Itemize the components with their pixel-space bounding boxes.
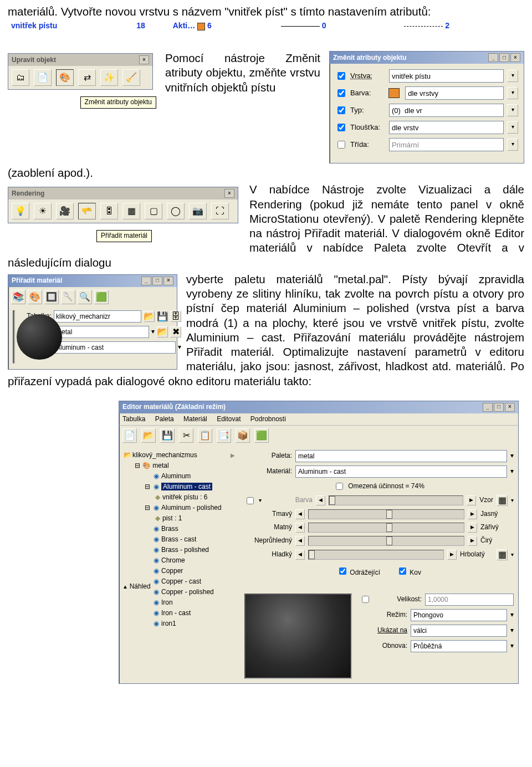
edit-object-toolbox[interactable]: Upravit objekt × 🗂 📄 🎨 ⇄ ✨ 🧹: [8, 53, 153, 90]
color-swatch[interactable]: [388, 88, 400, 98]
chk-size[interactable]: [362, 596, 369, 603]
tool-icon[interactable]: 🥄: [61, 290, 75, 304]
field-weight[interactable]: [389, 121, 504, 134]
arrow-left-icon[interactable]: ◀: [295, 536, 305, 546]
arrow-right-icon[interactable]: ▶: [447, 550, 457, 560]
field-color[interactable]: [405, 86, 504, 100]
maximize-icon[interactable]: □: [152, 277, 162, 285]
field-material[interactable]: [54, 341, 176, 354]
arrow-right-icon[interactable]: ▶: [468, 523, 477, 533]
menu-item[interactable]: Editovat: [217, 415, 241, 423]
tool-icon[interactable]: ▦: [122, 203, 140, 219]
tree-item[interactable]: ◉Iron: [144, 597, 222, 608]
field-material[interactable]: [295, 466, 507, 478]
chk-color[interactable]: [337, 89, 345, 97]
dropdown-icon[interactable]: ▾: [510, 611, 514, 619]
slider[interactable]: [308, 536, 464, 546]
collapse-arrow-icon[interactable]: ▶: [231, 450, 236, 679]
tree-item[interactable]: ◉Brass: [144, 524, 222, 534]
new-icon[interactable]: 📄: [122, 428, 137, 443]
maximize-icon[interactable]: □: [494, 403, 504, 412]
chk-class[interactable]: [337, 141, 345, 149]
slider-color-pattern[interactable]: [329, 495, 463, 505]
field-refresh[interactable]: [411, 640, 507, 652]
dropdown-icon[interactable]: ▾: [507, 121, 518, 134]
tool-icon[interactable]: 🎨: [28, 290, 42, 304]
pattern-icon[interactable]: ▦: [497, 549, 508, 560]
paste-icon[interactable]: 📑: [217, 428, 231, 443]
tree-assignment[interactable]: ◆pist : 1: [154, 513, 222, 524]
dropdown-icon[interactable]: ▾: [507, 87, 518, 99]
material-tree[interactable]: 📂klikový_mechanizmus ⊟🎨 metal ◉Aluminum⊟…: [124, 450, 222, 679]
tree-assignment[interactable]: ◆vnitřek pístu : 6: [154, 492, 222, 503]
arrow-left-icon[interactable]: ◀: [295, 509, 305, 519]
dropdown-icon[interactable]: ▾: [151, 328, 155, 336]
field-table[interactable]: [54, 310, 141, 323]
tree-item[interactable]: ◉Aluminum: [144, 471, 222, 482]
arrow-left-icon[interactable]: ◀: [316, 495, 325, 505]
material-editor-dialog[interactable]: Editor materiálů (Základní režim) _ □ × …: [119, 401, 519, 684]
tree-item[interactable]: ◉Iron - cast: [144, 608, 222, 618]
dropdown-icon[interactable]: ▾: [507, 104, 518, 116]
menu-item[interactable]: Podrobnosti: [250, 415, 286, 423]
tool-icon[interactable]: 🎛: [100, 203, 118, 219]
minimize-icon[interactable]: _: [488, 53, 498, 62]
minimize-icon[interactable]: _: [483, 403, 493, 412]
light-icon[interactable]: 💡: [12, 203, 29, 219]
label-show-on[interactable]: Ukázat na: [360, 626, 407, 635]
chk-layer[interactable]: [337, 72, 345, 80]
close-icon[interactable]: ×: [163, 277, 173, 285]
slider[interactable]: [308, 523, 464, 533]
chk-metal[interactable]: [399, 567, 406, 575]
open-icon[interactable]: 📂: [141, 428, 156, 443]
dropdown-icon[interactable]: ▾: [510, 642, 514, 650]
assign-material-dialog[interactable]: Přiřadit materiál _ □ × 📚 🎨 🔲 🥄 🔍 🟩 Tabu…: [8, 274, 177, 370]
dropdown-icon[interactable]: ▾: [510, 452, 514, 460]
arrow-right-icon[interactable]: ▶: [468, 536, 477, 546]
open-icon[interactable]: 📂: [157, 326, 168, 338]
close-icon[interactable]: ×: [224, 189, 234, 198]
dropdown-icon[interactable]: ▾: [507, 70, 518, 82]
maximize-icon[interactable]: □: [499, 53, 509, 62]
minimize-icon[interactable]: _: [141, 277, 151, 285]
pattern-icon[interactable]: ▦: [497, 495, 508, 506]
tool-icon[interactable]: ✨: [100, 69, 118, 86]
menu-item[interactable]: Paleta: [155, 415, 174, 423]
dropdown-icon[interactable]: ▾: [507, 139, 518, 151]
menu-item[interactable]: Tabulka: [122, 415, 145, 423]
sphere-icon[interactable]: ◯: [167, 203, 185, 219]
dropdown-icon[interactable]: ▾: [178, 343, 181, 351]
save-icon[interactable]: 💾: [160, 428, 175, 443]
menu-item[interactable]: Materiál: [183, 415, 207, 423]
delete-icon[interactable]: ✖: [170, 326, 181, 338]
chk-type[interactable]: [337, 106, 345, 114]
slider[interactable]: [308, 509, 464, 519]
dropdown-icon[interactable]: ▾: [510, 467, 514, 475]
tree-item[interactable]: ◉Brass - polished: [144, 545, 222, 555]
saveas-icon[interactable]: 🗄: [170, 311, 181, 322]
change-attributes-dialog[interactable]: Změnit atributy objektu _ □ × Vrstva: ▾ …: [329, 51, 524, 163]
close-icon[interactable]: ×: [510, 53, 520, 62]
cut-icon[interactable]: ✂: [179, 428, 193, 443]
field-show-on[interactable]: [411, 625, 507, 637]
camera-icon[interactable]: 🎥: [56, 203, 74, 219]
tool-icon[interactable]: 🧹: [122, 69, 140, 86]
tree-root[interactable]: klikový_mechanizmus: [132, 451, 197, 459]
tool-icon[interactable]: 📦: [236, 428, 250, 443]
tool-icon[interactable]: 🔍: [78, 290, 92, 304]
copy-icon[interactable]: 📋: [198, 428, 212, 443]
slider[interactable]: [308, 550, 444, 560]
chk-efficiency[interactable]: [336, 483, 343, 490]
close-icon[interactable]: ×: [505, 403, 515, 412]
menu-bar[interactable]: Tabulka Paleta Materiál Editovat Podrobn…: [119, 413, 518, 426]
tool-icon[interactable]: ⇄: [78, 69, 96, 86]
render-icon[interactable]: 📷: [189, 203, 207, 219]
assign-material-tool-icon[interactable]: 🫳: [78, 203, 96, 219]
tree-item[interactable]: ◉iron1: [144, 618, 222, 629]
open-icon[interactable]: 📂: [144, 311, 155, 322]
cube-icon[interactable]: ▢: [145, 203, 162, 219]
chk-reflect[interactable]: [339, 567, 346, 575]
dropdown-icon[interactable]: ▾: [510, 626, 514, 635]
tool-icon[interactable]: 🟩: [254, 428, 269, 443]
change-attributes-tool-icon[interactable]: 🎨: [56, 69, 74, 86]
